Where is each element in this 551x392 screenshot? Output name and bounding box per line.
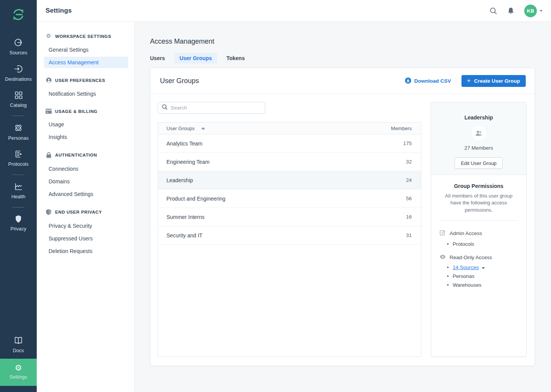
sources-count-link[interactable]: 14 Sources	[453, 265, 479, 270]
top-bar-title: Settings	[46, 7, 72, 15]
rail-item-protocols[interactable]: Protocols	[0, 145, 37, 172]
rail-label: Docs	[13, 348, 24, 353]
personas-atom-icon	[13, 123, 23, 133]
sidebar-item-usage[interactable]: Usage	[44, 119, 128, 130]
chevron-down-icon[interactable]	[482, 267, 485, 269]
rail-divider	[12, 175, 24, 175]
group-name: Leadership	[166, 177, 193, 183]
column-header-user-groups[interactable]: User Groups	[166, 126, 195, 131]
sidebar-item-domains[interactable]: Domains	[44, 176, 128, 187]
sidebar-item-access-management[interactable]: Access Management	[44, 57, 128, 68]
group-name: Summer Interns	[166, 214, 205, 220]
eye-icon	[440, 255, 446, 260]
edit-user-group-button[interactable]: Edit User Group	[455, 157, 502, 169]
page-title: Access Management	[150, 38, 551, 46]
table-empty-space	[158, 245, 421, 356]
sidebar-item-suppressed-users[interactable]: Suppressed Users	[44, 233, 128, 244]
sidebar-item-general-settings[interactable]: General Settings	[44, 44, 128, 56]
search-input[interactable]	[171, 105, 261, 111]
rail-label: Privacy	[10, 226, 26, 232]
table-row[interactable]: Security and IT 31	[158, 226, 421, 245]
main-content: Access Management Users User Groups Toke…	[135, 22, 551, 392]
rail-item-privacy[interactable]: Privacy	[0, 211, 37, 236]
search-icon[interactable]	[489, 7, 497, 15]
rail-label: Protocols	[8, 162, 28, 167]
sidebar-item-privacy-security[interactable]: Privacy & Security	[44, 220, 128, 232]
table-row[interactable]: Analytics Team 175	[158, 134, 421, 153]
rail-item-sources[interactable]: Sources	[0, 34, 37, 60]
sidebar-item-connections[interactable]: Connections	[44, 163, 128, 175]
rail-label: Health	[11, 194, 26, 199]
member-count: 175	[403, 140, 412, 146]
table-row[interactable]: Summer Interns 16	[158, 208, 421, 226]
download-csv-link[interactable]: Download CSV	[405, 77, 451, 85]
sidebar-item-deletion-requests[interactable]: Deletion Requests	[44, 245, 128, 257]
section-header: AUTHENTICATION	[55, 153, 97, 157]
column-header-members[interactable]: Members	[391, 126, 412, 131]
top-bar: Settings KB	[37, 0, 551, 22]
rail-label: Personas	[8, 136, 29, 141]
section-header: END USER PRIVACY	[55, 210, 102, 214]
primary-nav-rail: Sources Destinations Catalog	[0, 0, 37, 392]
group-member-count: 27 Members	[464, 145, 493, 151]
chevron-down-icon	[540, 10, 543, 12]
rail-label: Sources	[10, 50, 28, 56]
permission-item: Protocols	[453, 241, 518, 247]
card-title: User Groups	[160, 77, 199, 85]
table-header-row: User Groups Members	[158, 122, 421, 134]
table-row[interactable]: Engineering Team 32	[158, 153, 421, 171]
docs-book-icon	[13, 335, 23, 345]
tab-user-groups[interactable]: User Groups	[174, 53, 217, 64]
rail-label: Catalog	[10, 103, 27, 108]
rail-item-destinations[interactable]: Destinations	[0, 60, 37, 87]
create-user-group-button[interactable]: + Create User Group	[461, 75, 526, 87]
sidebar-item-insights[interactable]: Insights	[44, 131, 128, 143]
selected-group-name: Leadership	[465, 114, 493, 121]
permissions-subtitle: All members of this user group have the …	[439, 193, 518, 214]
group-name: Analytics Team	[166, 140, 202, 147]
divider	[439, 220, 518, 220]
admin-access-label: Admin Access	[450, 230, 482, 236]
notifications-bell-icon[interactable]	[507, 7, 515, 15]
avatar[interactable]: KB	[524, 5, 537, 17]
settings-sidebar: ⚙ WORKSPACE SETTINGS General Settings Ac…	[37, 22, 135, 392]
settings-gear-icon: ⚙	[15, 364, 22, 372]
rail-item-catalog[interactable]: Catalog	[0, 87, 37, 113]
search-input-icon	[162, 104, 168, 111]
tab-users[interactable]: Users	[145, 53, 170, 64]
rail-divider	[12, 116, 24, 116]
sort-ascending-icon[interactable]	[201, 127, 205, 129]
rail-item-settings[interactable]: ⚙ Settings	[0, 359, 37, 386]
section-header: USAGE & BILLING	[55, 109, 98, 114]
rail-divider	[12, 207, 24, 207]
catalog-grid-icon	[14, 90, 23, 100]
privacy-shield-icon	[14, 214, 23, 224]
sidebar-item-notification-settings[interactable]: Notification Settings	[44, 88, 128, 100]
search-field[interactable]	[158, 102, 265, 114]
permission-item: Personas	[453, 273, 518, 279]
workspace-gear-icon: ⚙	[46, 33, 52, 39]
segment-logo-icon[interactable]	[9, 5, 28, 24]
edit-pencil-icon	[440, 230, 446, 237]
user-groups-card: User Groups Download CSV + Create User G…	[150, 68, 535, 366]
readonly-access-label: Read-Only Access	[450, 255, 492, 260]
health-chart-icon	[14, 182, 23, 191]
rail-item-personas[interactable]: Personas	[0, 119, 37, 145]
table-row-selected[interactable]: Leadership 24	[158, 171, 421, 189]
table-row[interactable]: Product and Engineering 56	[158, 189, 421, 208]
sidebar-item-advanced-settings[interactable]: Advanced Settings	[44, 188, 128, 200]
permission-item: Warehouses	[453, 282, 518, 288]
permissions-title: Group Permissions	[439, 183, 518, 189]
rail-item-health[interactable]: Health	[0, 178, 37, 204]
download-icon	[405, 77, 411, 85]
member-count: 32	[406, 159, 412, 165]
permission-item-sources: 14 Sources	[453, 265, 518, 270]
member-count: 24	[406, 177, 412, 183]
group-detail-panel: Leadership 27 Members Edit User	[431, 102, 527, 357]
member-count: 16	[406, 214, 412, 220]
rail-label: Destinations	[5, 77, 32, 82]
user-menu[interactable]: KB	[524, 5, 543, 17]
rail-item-docs[interactable]: Docs	[0, 332, 37, 359]
member-count: 31	[406, 232, 412, 238]
tab-tokens[interactable]: Tokens	[222, 53, 250, 64]
